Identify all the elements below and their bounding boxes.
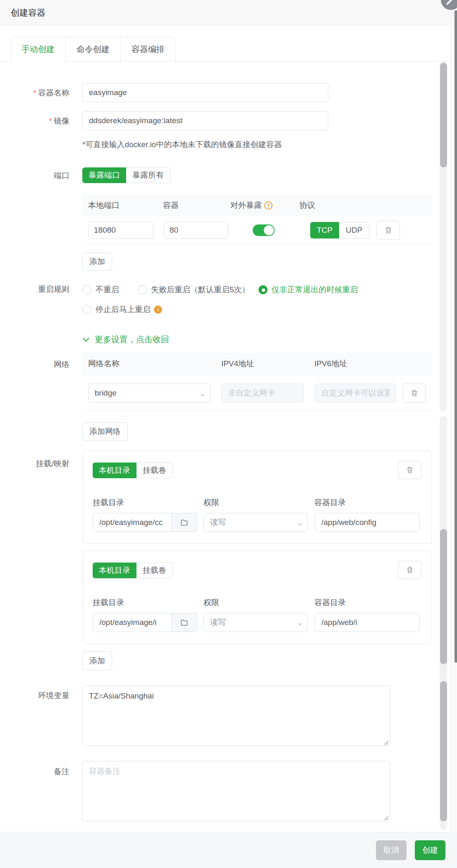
help-icon[interactable]: ? (264, 201, 273, 210)
mounts-label: 挂载/映射 (0, 451, 69, 469)
mount-dir-input[interactable] (93, 513, 172, 532)
radio-circle (82, 305, 91, 314)
image-input[interactable] (82, 111, 328, 130)
perm-label: 权限 (203, 597, 314, 608)
tab-manual-create[interactable]: 手动创建 (10, 37, 66, 62)
add-network-button[interactable]: 添加网络 (82, 422, 128, 441)
expose-all-button[interactable]: 暴露所有 (126, 167, 170, 183)
radio-restart-always[interactable]: 停止后马上重启 (82, 304, 151, 315)
env-label: 环境变量 (0, 686, 69, 701)
local-dir-button[interactable]: 本机目录 (93, 563, 136, 578)
folder-icon (180, 519, 188, 527)
required-asterisk: * (33, 88, 36, 97)
container-dir-input[interactable] (315, 513, 420, 532)
delete-mount-button[interactable] (398, 561, 421, 579)
delete-network-button[interactable] (403, 384, 426, 403)
ipv4-input[interactable] (221, 384, 304, 403)
port-label: 端口 (0, 167, 69, 181)
page-title: 创建容器 (11, 7, 45, 19)
create-container-modal: 创建容器 手动创建 命令创建 容器编排 *容器名称 *镜像 *可直接输入dock… (0, 0, 457, 868)
chevron-down-icon (297, 520, 303, 529)
perm-select[interactable]: 读写 (203, 613, 308, 632)
image-hint: *可直接输入docker.io中的本地未下载的镜像直接创建容器 (82, 139, 328, 150)
trash-icon (384, 226, 392, 234)
cancel-button[interactable]: 取消 (376, 840, 407, 860)
network-table-header: 网络名称 IPV4地址 IPV6地址 (82, 352, 432, 375)
port-table-row: TCP UDP (82, 216, 432, 244)
local-port-input[interactable] (88, 222, 153, 239)
mount-dir-group (93, 613, 197, 632)
udp-button[interactable]: UDP (339, 222, 369, 238)
ipv6-header: IPV6地址 (314, 358, 347, 369)
restart-rule-label: 重启规则 (0, 284, 69, 294)
window-scrollbar-thumb[interactable] (455, 10, 457, 663)
modal-scrollbar-thumb[interactable] (440, 529, 447, 664)
container-port-input[interactable] (164, 222, 228, 239)
info-icon[interactable]: i (154, 305, 162, 314)
mount-card: 本机目录 挂载卷 挂载目录 权限 容器目录 (82, 551, 432, 644)
trash-icon (406, 466, 414, 474)
add-mount-button[interactable]: 添加 (82, 651, 112, 670)
expose-port-button[interactable]: 暴露端口 (82, 167, 126, 183)
volume-button[interactable]: 挂载卷 (136, 563, 173, 578)
modal-scrollbar-thumb[interactable] (440, 63, 447, 167)
mount-dir-label: 挂载目录 (93, 497, 203, 508)
port-table: 本地端口 容器 对外暴露 ? 协议 TCP (82, 195, 432, 244)
folder-icon (180, 619, 188, 627)
image-label: *镜像 (0, 111, 69, 126)
mount-dir-group (93, 513, 197, 532)
resize-handle[interactable] (384, 740, 389, 745)
create-button[interactable]: 创建 (415, 840, 445, 860)
trash-icon (406, 566, 414, 574)
form-body: *容器名称 *镜像 *可直接输入docker.io中的本地未下载的镜像直接创建容… (0, 62, 457, 823)
browse-folder-button[interactable] (172, 613, 197, 632)
radio-restart-on-failure[interactable]: 失败后重启（默认重启5次） (138, 284, 250, 295)
ipv4-header: IPV4地址 (221, 358, 314, 369)
container-dir-label: 容器目录 (314, 497, 346, 508)
mount-dir-input[interactable] (93, 613, 172, 632)
protocol-header: 协议 (299, 200, 315, 211)
mount-card: 本机目录 挂载卷 挂载目录 权限 容器目录 (82, 451, 432, 544)
delete-port-button[interactable] (376, 221, 400, 240)
mount-type-segment: 本机目录 挂载卷 (93, 463, 173, 478)
browse-folder-button[interactable] (172, 513, 197, 532)
radio-restart-unless-stopped[interactable]: 仅非正常退出的时候重启 (258, 284, 358, 295)
note-label: 备注 (0, 761, 69, 777)
trash-icon (410, 389, 419, 397)
add-port-button[interactable]: 添加 (82, 253, 112, 271)
required-asterisk: * (49, 117, 52, 125)
note-textarea[interactable] (82, 761, 390, 821)
env-textarea[interactable]: TZ=Asia/Shanghai (82, 686, 390, 746)
more-settings-toggle[interactable]: 更多设置，点击收回 (82, 334, 169, 345)
delete-mount-button[interactable] (398, 461, 421, 479)
container-dir-label: 容器目录 (314, 597, 346, 608)
chevron-down-icon (200, 391, 206, 400)
radio-circle (82, 285, 91, 294)
tab-compose[interactable]: 容器编排 (121, 37, 176, 62)
chevron-down-icon (82, 337, 90, 343)
tab-bar: 手动创建 命令创建 容器编排 (0, 37, 457, 62)
network-name-header: 网络名称 (88, 358, 221, 369)
radio-no-restart[interactable]: 不重启 (82, 284, 119, 295)
exposed-header: 对外暴露 ? (230, 200, 299, 211)
modal-scrollbar-thumb[interactable] (440, 681, 447, 821)
network-table-row: bridge (82, 375, 432, 411)
volume-button[interactable]: 挂载卷 (136, 463, 173, 478)
port-mode-segment: 暴露端口 暴露所有 (82, 167, 170, 183)
mount-dir-label: 挂载目录 (93, 597, 203, 608)
toggle-knob (264, 225, 274, 235)
expose-toggle[interactable] (253, 224, 275, 236)
tab-command-create[interactable]: 命令创建 (66, 37, 121, 62)
tcp-button[interactable]: TCP (310, 222, 339, 238)
local-port-header: 本地端口 (88, 200, 163, 211)
container-dir-input[interactable] (315, 613, 420, 632)
container-name-input[interactable] (82, 83, 328, 102)
network-table: 网络名称 IPV4地址 IPV6地址 bridge (82, 352, 432, 411)
perm-select[interactable]: 读写 (203, 513, 308, 532)
resize-handle[interactable] (384, 816, 389, 820)
modal-header: 创建容器 (0, 0, 457, 26)
network-label: 网络 (0, 352, 69, 370)
ipv6-input[interactable] (315, 384, 396, 403)
local-dir-button[interactable]: 本机目录 (93, 463, 136, 478)
network-name-select[interactable]: bridge (88, 384, 211, 403)
